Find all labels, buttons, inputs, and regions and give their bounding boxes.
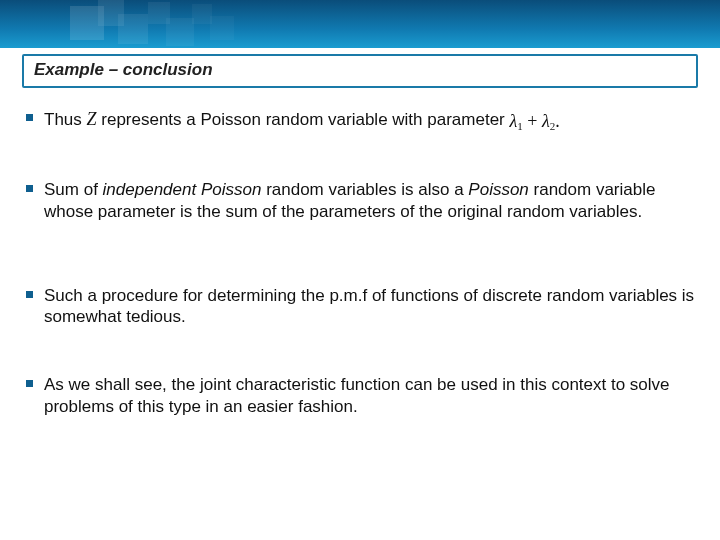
slide-title-box: Example – conclusion <box>22 54 698 88</box>
bullet-3: Such a procedure for determining the p.m… <box>26 285 698 329</box>
bullet-1-mid: represents a Poisson random variable wit… <box>97 110 510 129</box>
banner-decor-squares <box>70 0 310 48</box>
em-poisson-2: Poisson <box>468 180 528 199</box>
bullet-3-text: Such a procedure for determining the p.m… <box>44 286 694 327</box>
bullet-4: As we shall see, the joint characteristi… <box>26 374 698 418</box>
bullet-2-mid2: random variables is also a <box>261 180 468 199</box>
header-banner <box>0 0 720 48</box>
bullet-1-pre: Thus <box>44 110 87 129</box>
em-independent: independent <box>103 180 197 199</box>
lambda-2: λ <box>542 111 550 131</box>
em-poisson-1: Poisson <box>201 180 261 199</box>
var-z: Z <box>87 109 97 129</box>
slide-body: Thus Z represents a Poisson random varia… <box>26 108 698 418</box>
bullet-2-pre: Sum of <box>44 180 103 199</box>
bullet-1: Thus Z represents a Poisson random varia… <box>26 108 698 133</box>
lambda-sum: λ1 + λ2. <box>509 110 559 133</box>
plus-sign: + <box>523 111 542 131</box>
slide-title: Example – conclusion <box>34 60 686 80</box>
bullet-4-text: As we shall see, the joint characteristi… <box>44 375 670 416</box>
bullet-1-end: . <box>555 111 560 131</box>
bullet-2: Sum of independent Poisson random variab… <box>26 179 698 223</box>
